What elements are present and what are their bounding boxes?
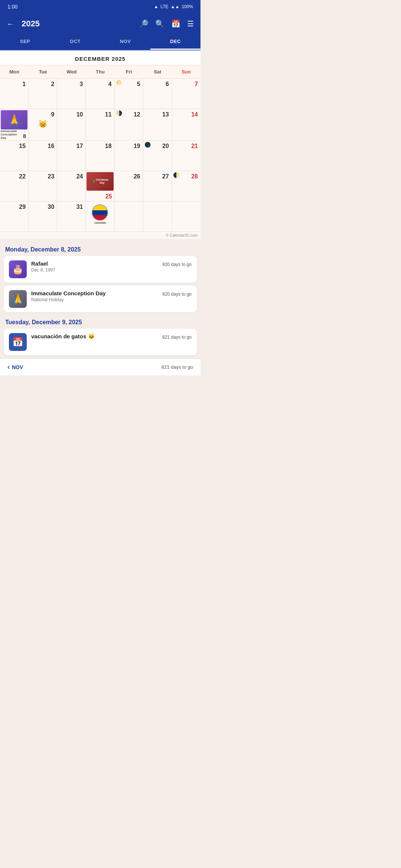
day-9[interactable]: 9 😸: [29, 109, 57, 141]
new-moon-icon: 🌑: [144, 142, 151, 148]
day-27[interactable]: 27: [143, 171, 172, 201]
prev-month-button[interactable]: ‹ NOV: [7, 363, 23, 371]
day-15[interactable]: 15: [0, 141, 29, 171]
day-22[interactable]: 22: [0, 171, 29, 201]
cat-vaccine-card[interactable]: 📅 vacunación de gatos 🐱 821 days to go: [4, 329, 197, 355]
rafael-title: Rafael: [31, 260, 158, 267]
day-4[interactable]: 4: [86, 79, 114, 109]
colombia-badge: [92, 204, 108, 221]
toolbar: ← 2025 🔎 🔍 📅 ☰: [0, 13, 200, 34]
day-12[interactable]: 🌗 12: [115, 109, 143, 141]
header-wed: Wed: [57, 65, 86, 79]
full-moon-icon: 🌕: [116, 80, 122, 85]
year-label: 2025: [22, 19, 134, 29]
immaculate-title: Immaculate Conception Day: [31, 290, 158, 296]
day-23[interactable]: 23: [29, 171, 57, 201]
cat-vaccine-title: vacunación de gatos 🐱: [31, 333, 158, 340]
day-2[interactable]: 2: [29, 79, 57, 109]
day-13[interactable]: 13: [143, 109, 172, 141]
list-icon[interactable]: ☰: [186, 18, 195, 30]
left-arrow-icon: ‹: [7, 363, 10, 371]
immaculate-subtitle: National Holiday: [31, 297, 158, 302]
cat-icon: 😸: [30, 119, 55, 128]
tab-dec[interactable]: DEC: [150, 34, 200, 50]
immaculate-card-icon: 🙏: [12, 293, 25, 305]
day-19[interactable]: 19: [115, 141, 143, 171]
day-1[interactable]: 1: [0, 79, 29, 109]
wifi-icon: ▲: [154, 4, 159, 9]
status-bar: 1:00 ▲ LTE ▲▲ 100%: [0, 0, 200, 13]
day-3[interactable]: 3: [57, 79, 86, 109]
day-10[interactable]: 10: [57, 109, 86, 141]
tab-nov[interactable]: NOV: [100, 34, 150, 50]
first-quarter-moon-icon: 🌓: [173, 172, 179, 178]
header-thu: Thu: [86, 65, 114, 79]
calendar-grid: Mon Tue Wed Thu Fri Sat Sun 1 2 3 4 🌕 5 …: [0, 65, 200, 232]
immaculate-conception-thumbnail: 🙏: [1, 110, 27, 129]
event-list: Monday, December 8, 2025 🎂 Rafael Dec 8,…: [0, 239, 200, 355]
immaculate-card[interactable]: 🙏 Immaculate Conception Day National Hol…: [4, 286, 197, 312]
birthday-icon: 🎂: [9, 260, 27, 278]
calendar-container: DECEMBER 2025 Mon Tue Wed Thu Fri Sat Su…: [0, 50, 200, 239]
battery-icon: 100%: [182, 4, 193, 9]
last-quarter-moon-icon: 🌗: [116, 110, 122, 116]
christmas-thumbnail: 🎄ChristmasDay: [87, 172, 113, 191]
signal-icon: ▲▲: [171, 4, 180, 9]
empty-cell-1: [115, 201, 143, 232]
lte-icon: LTE: [160, 4, 168, 9]
tab-oct[interactable]: OCT: [50, 34, 100, 50]
immaculate-info: Immaculate Conception Day National Holid…: [31, 290, 158, 302]
header-tue: Tue: [29, 65, 57, 79]
status-time: 1:00: [7, 4, 17, 10]
day-16[interactable]: 16: [29, 141, 57, 171]
day-24[interactable]: 24: [57, 171, 86, 201]
calendar-icon[interactable]: 📅: [170, 18, 182, 30]
zoom-in-icon[interactable]: 🔎: [138, 18, 150, 30]
immaculate-icon-box: 🙏: [9, 290, 27, 308]
day-8[interactable]: 🙏 ImmaculateConceptionDay 8: [0, 109, 29, 141]
cat-icon-box: 📅: [9, 333, 27, 351]
day-7[interactable]: 7: [172, 79, 200, 109]
day-18[interactable]: 18: [86, 141, 114, 171]
zoom-out-icon[interactable]: 🔍: [154, 18, 166, 30]
immaculate-icon: 🙏: [8, 114, 21, 126]
header-fri: Fri: [115, 65, 143, 79]
cat-card-icon: 📅: [12, 337, 23, 347]
day-30[interactable]: 30: [29, 201, 57, 232]
day-14[interactable]: 14: [172, 109, 200, 141]
colombia-badge-cell: colombia: [86, 201, 114, 232]
day-17[interactable]: 17: [57, 141, 86, 171]
colombia-label: colombia: [87, 221, 113, 224]
back-button[interactable]: ←: [5, 18, 16, 30]
rafael-days: 820 days to go: [162, 262, 192, 267]
rafael-info: Rafael Dec 8, 1997: [31, 260, 158, 273]
calendar-title: DECEMBER 2025: [0, 50, 200, 65]
tab-sep[interactable]: SEP: [0, 34, 50, 50]
month-tabs: SEP OCT NOV DEC: [0, 34, 200, 50]
day-21[interactable]: 21: [172, 141, 200, 171]
bottom-days-label: 821 days to go: [162, 364, 193, 370]
day-28[interactable]: 🌓 28: [172, 171, 200, 201]
header-sat: Sat: [143, 65, 172, 79]
bottom-nav: ‹ NOV 821 days to go: [0, 358, 200, 375]
header-mon: Mon: [0, 65, 29, 79]
day-5[interactable]: 🌕 5: [115, 79, 143, 109]
day-25[interactable]: 🎄ChristmasDay 25: [86, 171, 114, 201]
copyright: © Calendar2U.com: [0, 232, 200, 239]
day-11[interactable]: 11: [86, 109, 114, 141]
empty-cell-2: [143, 201, 172, 232]
empty-cell-3: [172, 201, 200, 232]
day-20[interactable]: 🌑 20: [143, 141, 172, 171]
day-29[interactable]: 29: [0, 201, 29, 232]
rafael-card[interactable]: 🎂 Rafael Dec 8, 1997 820 days to go: [4, 256, 197, 283]
event-date-dec8: Monday, December 8, 2025: [4, 243, 197, 256]
cat-vaccine-info: vacunación de gatos 🐱: [31, 333, 158, 341]
day-31[interactable]: 31: [57, 201, 86, 232]
event-date-dec9: Tuesday, December 9, 2025: [4, 315, 197, 329]
day-6[interactable]: 6: [143, 79, 172, 109]
cat-vaccine-days: 821 days to go: [162, 335, 192, 340]
cake-icon: 🎂: [12, 264, 23, 274]
header-sun: Sun: [172, 65, 200, 79]
prev-month-label: NOV: [12, 364, 23, 370]
day-26[interactable]: 26: [115, 171, 143, 201]
